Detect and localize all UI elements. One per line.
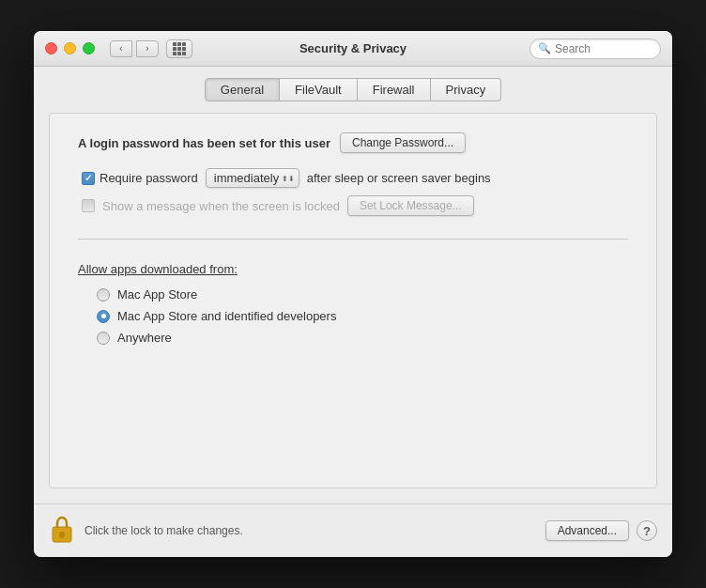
- change-password-button[interactable]: Change Password...: [340, 132, 466, 153]
- maximize-button[interactable]: [83, 42, 95, 54]
- svg-rect-1: [59, 532, 65, 538]
- minimize-button[interactable]: [64, 42, 76, 54]
- require-password-label: Require password: [100, 171, 198, 185]
- lock-text: Click the lock to make changes.: [84, 524, 545, 537]
- radio-mac-app-store-identified[interactable]: [97, 310, 110, 323]
- bottom-bar: Click the lock to make changes. Advanced…: [34, 503, 672, 557]
- lock-icon[interactable]: [49, 514, 75, 544]
- tab-firewall[interactable]: Firewall: [358, 78, 431, 101]
- set-lock-message-button[interactable]: Set Lock Message...: [347, 195, 474, 216]
- show-message-label: Show a message when the screen is locked: [102, 199, 340, 213]
- radio-row-mac-app-store-identified: Mac App Store and identified developers: [97, 309, 628, 323]
- window-title: Security & Privacy: [299, 41, 407, 55]
- section-divider: [78, 239, 628, 240]
- close-button[interactable]: [45, 42, 57, 54]
- password-timing-select-wrapper: immediately ⬆⬇: [206, 168, 299, 188]
- search-box[interactable]: 🔍: [530, 39, 661, 59]
- grid-icon: [173, 42, 186, 55]
- checkmark-icon: ✓: [84, 173, 92, 183]
- content-area: A login password has been set for this u…: [49, 113, 657, 488]
- nav-buttons: ‹ ›: [110, 40, 159, 57]
- radio-label-mac-app-store-identified: Mac App Store and identified developers: [117, 309, 336, 323]
- tab-filevault[interactable]: FileVault: [280, 78, 358, 101]
- lock-message-row: Show a message when the screen is locked…: [82, 195, 628, 216]
- radio-row-anywhere: Anywhere: [97, 331, 628, 345]
- radio-row-mac-app-store: Mac App Store: [97, 287, 628, 302]
- lock-icon-wrap: [49, 514, 75, 548]
- advanced-button[interactable]: Advanced...: [545, 520, 629, 541]
- require-password-checkbox[interactable]: ✓: [82, 172, 95, 185]
- search-icon: 🔍: [538, 42, 551, 54]
- search-input[interactable]: [555, 42, 652, 55]
- allow-apps-radio-group: Mac App Store Mac App Store and identifi…: [97, 287, 628, 345]
- main-window: ‹ › Security & Privacy 🔍 General FileVau…: [34, 31, 672, 557]
- show-message-checkbox[interactable]: [82, 199, 95, 212]
- allow-apps-title: Allow apps downloaded from:: [78, 262, 628, 276]
- require-password-row: ✓ Require password immediately ⬆⬇ after …: [82, 168, 628, 188]
- forward-button[interactable]: ›: [136, 40, 159, 57]
- bottom-right-buttons: Advanced... ?: [545, 520, 657, 541]
- radio-label-mac-app-store: Mac App Store: [117, 287, 197, 302]
- tab-general[interactable]: General: [205, 78, 280, 101]
- login-password-row: A login password has been set for this u…: [78, 132, 628, 153]
- require-password-checkbox-container: ✓ Require password: [82, 171, 198, 185]
- after-sleep-text: after sleep or screen saver begins: [307, 171, 491, 185]
- help-button[interactable]: ?: [637, 520, 657, 541]
- password-timing-select[interactable]: immediately: [206, 168, 299, 188]
- back-button[interactable]: ‹: [110, 40, 132, 57]
- traffic-lights: [45, 42, 95, 54]
- allow-apps-section: Allow apps downloaded from: Mac App Stor…: [78, 262, 628, 345]
- radio-label-anywhere: Anywhere: [117, 331, 172, 345]
- radio-anywhere[interactable]: [97, 332, 110, 345]
- radio-selected-indicator: [101, 314, 106, 318]
- titlebar: ‹ › Security & Privacy 🔍: [34, 31, 672, 67]
- tab-bar: General FileVault Firewall Privacy: [34, 67, 672, 101]
- radio-mac-app-store[interactable]: [97, 288, 110, 302]
- tab-privacy[interactable]: Privacy: [431, 78, 502, 101]
- show-all-button[interactable]: [166, 39, 192, 58]
- login-password-text: A login password has been set for this u…: [78, 136, 330, 150]
